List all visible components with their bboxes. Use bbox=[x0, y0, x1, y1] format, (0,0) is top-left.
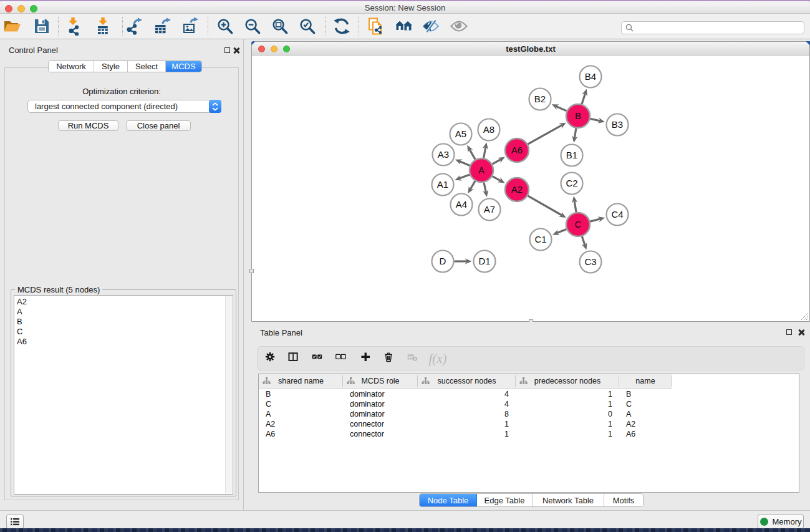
graph-edge-A-A1[interactable] bbox=[459, 175, 470, 178]
refresh-button[interactable] bbox=[331, 16, 352, 37]
save-session-button[interactable] bbox=[31, 16, 52, 37]
control-panel-close-icon[interactable] bbox=[233, 47, 240, 54]
graph-edge-A-A7[interactable] bbox=[484, 183, 486, 193]
import-table-button[interactable] bbox=[92, 16, 113, 37]
graph-edge-A-A2[interactable] bbox=[493, 177, 501, 181]
column-header-MCDS-role[interactable]: MCDS role bbox=[343, 374, 418, 388]
mcds-result-item[interactable]: C bbox=[17, 327, 233, 337]
table-panel-float-icon[interactable] bbox=[786, 329, 792, 335]
graph-edge-C-C3[interactable] bbox=[582, 236, 585, 246]
run-mcds-button[interactable]: Run MCDS bbox=[58, 120, 118, 131]
tab-style[interactable]: Style bbox=[94, 61, 128, 72]
memory-button[interactable]: Memory bbox=[758, 515, 804, 528]
cell-name[interactable]: B bbox=[626, 390, 631, 399]
table-row-C[interactable]: Cdominator41C bbox=[259, 399, 799, 409]
task-history-button[interactable] bbox=[6, 515, 24, 528]
first-neighbors-button[interactable] bbox=[393, 16, 415, 37]
graph-edge-A2-C[interactable] bbox=[528, 196, 562, 216]
import-network-button[interactable] bbox=[62, 16, 84, 37]
export-network-button[interactable] bbox=[124, 16, 145, 37]
cell-name[interactable]: A6 bbox=[626, 430, 635, 438]
column-header-name[interactable]: name bbox=[619, 374, 672, 388]
graph-edge-C-C4[interactable] bbox=[590, 219, 600, 221]
mcds-result-list[interactable]: A2ABCA6 bbox=[14, 295, 233, 495]
graph-edge-B-B2[interactable] bbox=[556, 106, 566, 111]
criterion-dropdown[interactable]: largest connected component (directed) bbox=[27, 100, 221, 113]
tab-motifs[interactable]: Motifs bbox=[604, 494, 643, 506]
tab-mcds[interactable]: MCDS bbox=[166, 61, 201, 72]
graph-edge-A6-B[interactable] bbox=[528, 125, 562, 144]
table-panel-close-icon[interactable] bbox=[798, 329, 805, 336]
cell-successor-nodes[interactable]: 8 bbox=[418, 410, 509, 418]
tab-network-table[interactable]: Network Table bbox=[533, 494, 604, 506]
result-list-scrollbar[interactable] bbox=[225, 296, 232, 493]
network-canvas[interactable]: B4B2BB3A5A8A6A3B1AA1C2A2A4A7C4CC1C3DD1 bbox=[252, 56, 809, 321]
graph-edge-A-A8[interactable] bbox=[484, 147, 486, 158]
cell-shared-name[interactable]: C bbox=[266, 400, 271, 409]
cell-shared-name[interactable]: A2 bbox=[266, 420, 275, 428]
graph-edge-A-A6[interactable] bbox=[492, 159, 501, 164]
cell-successor-nodes[interactable]: 1 bbox=[418, 420, 509, 428]
cell-name[interactable]: C bbox=[626, 400, 632, 409]
export-table-button[interactable] bbox=[153, 16, 174, 37]
cell-MCDS-role[interactable]: connector bbox=[350, 420, 384, 428]
cell-successor-nodes[interactable]: 1 bbox=[418, 430, 509, 438]
zoom-fit-button[interactable] bbox=[269, 16, 291, 37]
graph-edge-A-A5[interactable] bbox=[470, 149, 475, 160]
search-input[interactable] bbox=[637, 23, 800, 33]
column-header-successor-nodes[interactable]: successor nodes bbox=[418, 374, 516, 388]
mcds-result-item[interactable]: B bbox=[17, 317, 233, 327]
graph-edge-B-B1[interactable] bbox=[574, 128, 576, 138]
delete-table-button[interactable] bbox=[407, 352, 422, 365]
column-header-predecessor-nodes[interactable]: predecessor nodes bbox=[516, 374, 619, 388]
export-image-button[interactable] bbox=[181, 16, 202, 37]
delete-row-button[interactable] bbox=[383, 351, 397, 365]
window-resize-grip[interactable] bbox=[799, 311, 809, 321]
unselect-all-button[interactable] bbox=[335, 352, 350, 365]
tab-select[interactable]: Select bbox=[128, 61, 166, 72]
cell-shared-name[interactable]: B bbox=[266, 390, 271, 399]
zoom-in-button[interactable] bbox=[215, 16, 236, 37]
mcds-result-item[interactable]: A6 bbox=[17, 337, 233, 347]
show-all-button[interactable] bbox=[448, 16, 470, 37]
graph-edge-A-A3[interactable] bbox=[460, 162, 470, 166]
cell-MCDS-role[interactable]: dominator bbox=[350, 390, 385, 399]
cell-predecessor-nodes[interactable]: 0 bbox=[516, 410, 612, 418]
table-row-A2[interactable]: A2connector11A2 bbox=[259, 419, 799, 429]
graph-edge-C-C1[interactable] bbox=[557, 229, 567, 233]
function-builder-button[interactable]: f(x) bbox=[428, 352, 446, 365]
cell-MCDS-role[interactable]: dominator bbox=[350, 410, 385, 418]
cell-predecessor-nodes[interactable]: 1 bbox=[516, 420, 612, 428]
zoom-out-button[interactable] bbox=[242, 16, 263, 37]
table-row-A[interactable]: Adominator80A bbox=[259, 409, 799, 419]
network-window-titlebar[interactable]: testGlobe.txt bbox=[252, 42, 809, 56]
cell-successor-nodes[interactable]: 4 bbox=[418, 400, 509, 409]
control-panel-float-icon[interactable] bbox=[224, 47, 230, 53]
search-box[interactable] bbox=[621, 21, 804, 34]
duplicate-network-button[interactable] bbox=[366, 16, 387, 37]
mcds-result-item[interactable]: A2 bbox=[17, 297, 233, 307]
frame-resize-handle-left[interactable] bbox=[249, 269, 254, 273]
zoom-selected-button[interactable] bbox=[297, 16, 318, 37]
cell-shared-name[interactable]: A6 bbox=[266, 430, 275, 438]
cell-predecessor-nodes[interactable]: 1 bbox=[516, 400, 612, 409]
graph-edge-C-C2[interactable] bbox=[574, 200, 576, 212]
open-file-button[interactable] bbox=[2, 16, 23, 37]
mcds-result-item[interactable]: A bbox=[17, 307, 233, 317]
table-row-A6[interactable]: A6connector11A6 bbox=[259, 429, 799, 439]
tab-node-table[interactable]: Node Table bbox=[420, 494, 477, 506]
cell-predecessor-nodes[interactable]: 1 bbox=[516, 430, 612, 438]
cell-shared-name[interactable]: A bbox=[266, 410, 271, 418]
columns-button[interactable] bbox=[288, 352, 302, 365]
graph-edge-B-B4[interactable] bbox=[582, 93, 586, 104]
graph-edge-B-B3[interactable] bbox=[591, 118, 600, 121]
cell-MCDS-role[interactable]: connector bbox=[350, 430, 384, 438]
table-row-B[interactable]: Bdominator41B bbox=[259, 389, 799, 399]
tab-network[interactable]: Network bbox=[49, 61, 94, 72]
close-panel-button[interactable]: Close panel bbox=[126, 120, 191, 131]
add-row-button[interactable] bbox=[360, 352, 374, 365]
cell-successor-nodes[interactable]: 4 bbox=[418, 390, 509, 399]
cell-name[interactable]: A2 bbox=[626, 420, 635, 428]
select-all-button[interactable] bbox=[312, 352, 326, 365]
column-header-shared-name[interactable]: shared name bbox=[259, 374, 343, 388]
